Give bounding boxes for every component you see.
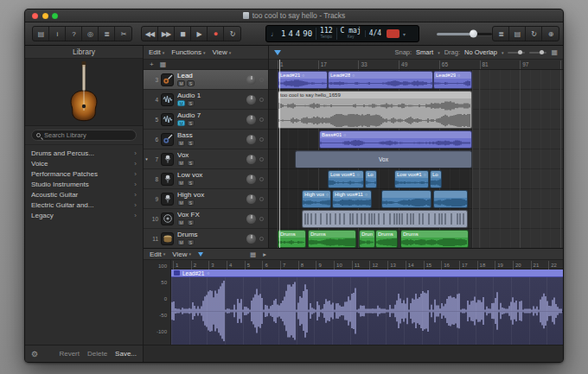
filter-funnel-icon[interactable] xyxy=(274,50,281,55)
quick-help-button[interactable]: ? xyxy=(66,27,82,41)
solo-button[interactable]: S xyxy=(187,160,195,166)
zoom-slider-vertical[interactable] xyxy=(529,52,546,54)
editor-edit-menu[interactable]: Edit▾ xyxy=(150,250,165,258)
apple-loops-button[interactable]: ↻ xyxy=(526,27,542,41)
forward-button[interactable]: ▶▶ xyxy=(158,27,175,41)
close-button[interactable] xyxy=(32,13,38,19)
inspector-button[interactable]: i xyxy=(49,27,66,41)
track-on-led[interactable] xyxy=(259,197,264,201)
snap-menu[interactable]: Smart xyxy=(416,48,433,56)
region-lo[interactable]: Lo xyxy=(430,170,442,188)
playhead[interactable] xyxy=(279,60,280,248)
solo-button[interactable]: S xyxy=(187,120,195,126)
track-on-led[interactable] xyxy=(259,177,264,181)
pan-knob[interactable] xyxy=(246,174,256,184)
region-low-vox-1[interactable]: Low vox#1○ xyxy=(328,170,364,188)
master-volume-slider[interactable] xyxy=(437,26,492,41)
lcd-display[interactable]: ♩ 14490 112 Tempo C maj Key 4/4 ▾ xyxy=(265,25,419,42)
solo-button[interactable]: S xyxy=(187,100,195,106)
region[interactable] xyxy=(302,210,468,228)
mute-button[interactable]: M xyxy=(177,80,185,86)
pan-knob[interactable] xyxy=(246,155,256,164)
arrange-lanes[interactable]: Lead#21○Lead#28○Lead#29○too cool to say … xyxy=(269,70,563,248)
region-too-cool-to-say-hello-1659[interactable]: too cool to say hello_1659 xyxy=(278,91,472,129)
track-header-audio-1[interactable]: 4Audio 1MS xyxy=(144,90,268,110)
mute-button[interactable]: M xyxy=(177,239,185,245)
mixer-button[interactable]: ≣ xyxy=(99,27,115,41)
mute-button[interactable]: M xyxy=(177,219,185,225)
library-item[interactable]: Acoustic Guitar› xyxy=(25,189,143,200)
track-header-vox[interactable]: ▾7VoxMS xyxy=(144,149,268,169)
track-header-vox-fx[interactable]: 10Vox FXMS xyxy=(144,209,268,229)
editor-catch-icon[interactable]: ▸ xyxy=(263,250,266,258)
revert-button[interactable]: Revert xyxy=(59,350,80,358)
track-header-lead[interactable]: 3LeadMS xyxy=(144,70,268,90)
stop-button[interactable]: ◼ xyxy=(175,27,191,41)
solo-button[interactable]: S xyxy=(187,140,195,146)
track-header-bass[interactable]: 6BassMS xyxy=(144,130,268,149)
library-search-input[interactable]: Search Library xyxy=(31,130,137,141)
editors-button[interactable]: ✂ xyxy=(115,27,131,41)
tracks-edit-menu[interactable]: Edit▾ xyxy=(149,48,164,56)
region-high-vox-08[interactable]: High vox#08○ xyxy=(302,190,331,208)
arrange-ruler[interactable]: 1173349658197113 xyxy=(269,60,563,70)
list-editors-button[interactable]: ≣ xyxy=(493,27,509,41)
editor-funnel-icon[interactable] xyxy=(198,252,203,257)
note-pads-button[interactable]: ▤ xyxy=(509,27,526,41)
rewind-button[interactable]: ◀◀ xyxy=(142,27,158,41)
smart-controls-button[interactable]: ◎ xyxy=(82,27,99,41)
track-on-led[interactable] xyxy=(259,157,264,162)
zoom-slider-horizontal[interactable] xyxy=(508,52,525,54)
region[interactable] xyxy=(381,190,431,208)
library-item[interactable]: Performance Patches› xyxy=(25,168,143,179)
record-button[interactable]: ● xyxy=(208,27,224,41)
editor-view-menu[interactable]: View▾ xyxy=(172,250,191,258)
pan-knob[interactable] xyxy=(246,135,256,144)
tracks-view-menu[interactable]: View▾ xyxy=(213,48,232,56)
track-on-led[interactable] xyxy=(259,217,264,221)
library-item[interactable]: Drums and Percus...› xyxy=(25,148,143,158)
track-header-drums[interactable]: 11DrumsMS xyxy=(144,229,268,248)
solo-button[interactable]: S xyxy=(187,180,195,186)
delete-button[interactable]: Delete xyxy=(87,350,107,358)
solo-button[interactable]: S xyxy=(187,80,195,86)
lcd-mode-chevron-icon[interactable]: ▾ xyxy=(403,31,406,37)
solo-button[interactable]: S xyxy=(187,239,195,245)
track-on-led[interactable] xyxy=(259,117,264,122)
add-track-button[interactable]: + xyxy=(150,61,154,68)
mute-button[interactable]: M xyxy=(177,200,185,206)
track-on-led[interactable] xyxy=(259,98,264,102)
editor-region-header[interactable]: Lead#21 ○ xyxy=(171,269,563,277)
volume-knob[interactable] xyxy=(470,30,477,38)
track-on-led[interactable] xyxy=(259,137,264,142)
disclosure-triangle-icon[interactable]: ▾ xyxy=(144,156,150,162)
track-header-high-vox[interactable]: 9High voxMS xyxy=(144,189,268,209)
region-low-vox-1[interactable]: Low vox#1○ xyxy=(394,170,429,188)
library-item[interactable]: Electric Guitar and...› xyxy=(25,200,143,210)
track-header-low-vox[interactable]: 8Low voxMS xyxy=(144,169,268,189)
play-button[interactable]: ▶ xyxy=(191,27,208,41)
titlebar[interactable]: too cool to say hello - Tracks xyxy=(25,10,563,22)
region-drums[interactable]: Drums xyxy=(400,230,469,248)
region-high-vox-11[interactable]: High vox#11○ xyxy=(332,190,372,208)
lcd-position-field-2[interactable]: 4 xyxy=(296,29,300,38)
region-drums[interactable]: Drums xyxy=(278,230,306,248)
mute-button[interactable]: M xyxy=(177,160,185,166)
lcd-key[interactable]: C maj xyxy=(341,28,361,35)
mute-button[interactable]: M xyxy=(177,100,185,106)
lcd-position-field-1[interactable]: 4 xyxy=(288,29,292,38)
track-on-led[interactable] xyxy=(259,78,264,82)
track-sort-icon[interactable]: ▦ xyxy=(160,61,167,68)
lcd-position-field-3[interactable]: 90 xyxy=(303,29,312,38)
library-item[interactable]: Studio Instruments› xyxy=(25,179,143,189)
pan-knob[interactable] xyxy=(246,75,256,85)
mute-button[interactable]: M xyxy=(177,180,185,186)
region-drums[interactable]: Drums xyxy=(359,230,375,248)
track-on-led[interactable] xyxy=(259,237,264,241)
mute-button[interactable]: M xyxy=(177,120,185,126)
solo-button[interactable]: S xyxy=(187,219,195,225)
editor-ruler[interactable]: 12345678910111213141516171819202122 xyxy=(171,260,563,269)
library-item[interactable]: Legacy› xyxy=(25,210,143,220)
region-drums[interactable]: Drums xyxy=(375,230,398,248)
pan-knob[interactable] xyxy=(246,214,256,224)
